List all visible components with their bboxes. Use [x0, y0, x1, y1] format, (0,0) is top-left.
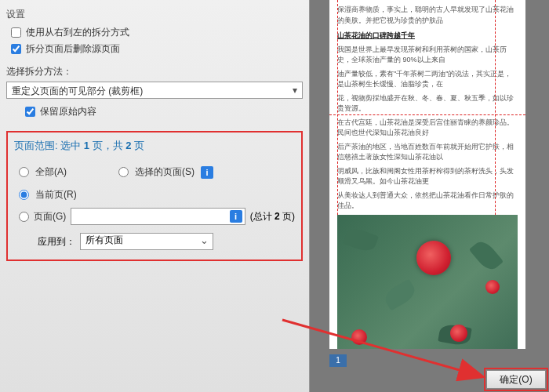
delete-source-label: 拆分页面后删除源页面 [26, 42, 120, 56]
rtl-split-checkbox[interactable] [11, 27, 21, 38]
pages-input[interactable]: i [71, 208, 245, 225]
document-image [337, 215, 518, 350]
apply-to-combo[interactable]: 所有页面 [80, 233, 213, 250]
page-range-group: 页面范围: 选中 1 页，共 2 页 全部(A) 选择的页面(S) i 当前页(… [6, 131, 303, 261]
page-range-title: 页面范围: 选中 1 页，共 2 页 [14, 139, 295, 153]
radio-selected[interactable] [118, 167, 129, 177]
doc-heading-1: 山茶花油的口碑跨越千年 [337, 31, 518, 42]
apply-to-value: 所有页面 [85, 234, 123, 245]
radio-pages-label: 页面(G) [34, 210, 66, 223]
delete-source-checkbox[interactable] [11, 44, 21, 54]
info-icon[interactable]: i [230, 210, 242, 223]
document-preview: 保湿商养物质，事实上，聪明的古人早就发现了山茶花油的美肤。并把它视为珍贵的护肤品… [329, 0, 525, 349]
split-method-value: 重定义页面的可见部分 (裁剪框) [12, 85, 143, 96]
rtl-split-label: 使用从右到左的拆分方式 [26, 26, 129, 39]
ok-button[interactable]: 确定(O) [486, 370, 546, 389]
apply-to-label: 应用到： [38, 235, 75, 249]
info-icon[interactable]: i [201, 166, 213, 179]
radio-selected-label: 选择的页面(S) [135, 165, 195, 179]
keep-original-label: 保留原始内容 [40, 105, 96, 118]
total-pages: (总计 2 页) [250, 210, 295, 223]
radio-all[interactable] [19, 167, 29, 177]
keep-original-checkbox[interactable] [25, 107, 35, 117]
radio-current-label: 当前页(R) [35, 188, 77, 201]
settings-title: 设置 [6, 8, 303, 21]
radio-current[interactable] [19, 190, 29, 200]
radio-all-label: 全部(A) [35, 165, 67, 179]
page-number: 1 [329, 354, 347, 367]
split-method-label: 选择拆分方法： [6, 65, 303, 78]
radio-pages[interactable] [19, 212, 29, 222]
split-method-combo[interactable]: 重定义页面的可见部分 (裁剪框) [6, 82, 303, 99]
